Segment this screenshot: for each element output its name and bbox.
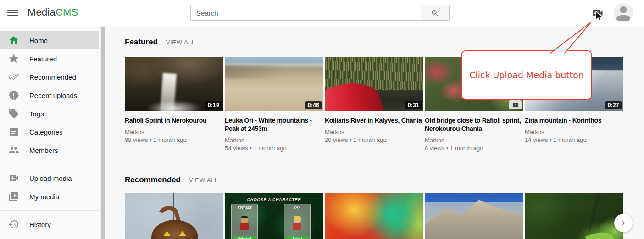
video-title[interactable]: Ziria mountain - Korinthos xyxy=(525,116,623,125)
video-thumbnail[interactable] xyxy=(425,193,523,239)
sidebar-item-label: Members xyxy=(29,147,58,154)
video-card: 0:31 Koiliaris River in Kalyves, Chania … xyxy=(325,57,423,152)
categories-icon xyxy=(8,126,19,137)
search-button[interactable] xyxy=(421,5,450,21)
tag-icon xyxy=(8,108,19,119)
search-icon xyxy=(431,9,439,17)
sidebar-item-tags[interactable]: Tags xyxy=(0,104,99,123)
sidebar-item-label: Featured xyxy=(29,55,57,63)
carousel-next-button[interactable] xyxy=(614,214,633,232)
video-author[interactable]: Markos xyxy=(325,128,423,136)
thumbnail-art xyxy=(325,76,384,111)
video-card: 0:19 Rafioli Sprint in Nerokourou Markos… xyxy=(125,57,223,152)
video-card xyxy=(425,193,523,239)
video-title[interactable]: Koiliaris River in Kalyves, Chania xyxy=(325,116,423,125)
sidebar-item-label: Tags xyxy=(29,110,44,118)
star-icon xyxy=(8,53,19,64)
sidebar-item-label: Home xyxy=(29,37,48,44)
video-title[interactable]: Leuka Ori - White mountains - Peak at 24… xyxy=(225,116,323,133)
sidebar-divider xyxy=(0,164,99,164)
thumbnail-art xyxy=(179,231,186,236)
video-library-icon xyxy=(8,191,19,202)
chevron-right-icon xyxy=(619,218,628,228)
home-icon xyxy=(8,35,19,46)
video-author[interactable]: Markos xyxy=(425,136,523,144)
sidebar-item-categories[interactable]: Categories xyxy=(0,123,99,141)
sidebar-item-upload-media[interactable]: Upload media xyxy=(0,169,99,187)
duration-badge: 0:27 xyxy=(605,101,622,109)
sidebar-divider xyxy=(0,210,99,211)
thumbnail-art xyxy=(588,194,600,231)
sidebar-item-label: Recent uploads xyxy=(29,92,77,99)
upload-media-icon xyxy=(591,7,604,20)
user-avatar[interactable] xyxy=(614,3,633,22)
thumbnail-art: YAA xyxy=(284,204,311,239)
game-character-name: KWAME xyxy=(232,206,257,210)
sidebar-item-recent-uploads[interactable]: Recent uploads xyxy=(0,86,99,104)
video-title[interactable]: Old bridge close to Rafioli sprint, Nero… xyxy=(425,116,523,133)
sidebar-item-featured[interactable]: Featured xyxy=(0,49,99,68)
featured-view-all-link[interactable]: VIEW ALL xyxy=(166,39,195,46)
thumbnail-art xyxy=(240,216,249,234)
annotation-tooltip: Click Upload Media button xyxy=(461,50,592,100)
section-title-recommended: Recommended xyxy=(125,175,181,185)
logo-media: Media xyxy=(28,6,56,18)
video-author[interactable]: Markos xyxy=(525,128,623,136)
game-character-name: YAA xyxy=(284,206,310,210)
sidebar-item-my-media[interactable]: My media xyxy=(0,187,99,206)
thumbnail-art xyxy=(293,216,302,234)
video-author[interactable]: Markos xyxy=(125,128,223,136)
video-author[interactable]: Markos xyxy=(225,136,323,144)
video-card xyxy=(125,193,223,239)
sidebar-scrollbar-track xyxy=(100,26,105,239)
upload-media-button[interactable] xyxy=(591,7,605,20)
video-thumbnail[interactable] xyxy=(325,193,423,239)
video-thumbnail[interactable]: 0:31 xyxy=(325,57,423,111)
thumbnail-art xyxy=(147,100,202,111)
new-releases-icon xyxy=(8,90,19,101)
thumbnail-art xyxy=(151,220,198,239)
section-title-featured: Featured xyxy=(125,38,158,47)
logo[interactable]: MediaCMS xyxy=(28,6,78,18)
video-card: 0:46 Leuka Ori - White mountains - Peak … xyxy=(225,57,323,152)
history-icon xyxy=(8,219,19,230)
video-card xyxy=(325,193,423,239)
thumbnail-art: KWAME xyxy=(231,204,258,239)
recommended-view-all-link[interactable]: VIEW ALL xyxy=(189,177,218,184)
sidebar-item-recommended[interactable]: Recommended xyxy=(0,68,99,86)
thumbnail-art xyxy=(163,231,171,236)
sidebar-item-home[interactable]: Home xyxy=(0,31,99,49)
video-title[interactable]: Rafioli Sprint in Nerokourou xyxy=(125,116,223,125)
video-meta: 14 views • 1 month ago xyxy=(525,136,623,144)
search-input[interactable] xyxy=(190,5,421,21)
video-thumbnail[interactable] xyxy=(125,193,223,239)
game-caption: CHOOSE A CHARACTER xyxy=(225,197,323,202)
sidebar-item-members[interactable]: Members xyxy=(0,141,99,159)
video-thumbnail[interactable] xyxy=(525,193,623,239)
video-card: CHOOSE A CHARACTER KWAME YAA Selected Se… xyxy=(225,193,323,239)
featured-section-header: Featured VIEW ALL xyxy=(125,38,195,47)
sidebar-item-history[interactable]: History xyxy=(0,215,99,234)
video-meta: 98 views • 1 month ago xyxy=(125,136,223,144)
duration-badge: 0:46 xyxy=(305,101,322,109)
menu-icon[interactable] xyxy=(6,6,19,19)
search-bar xyxy=(190,5,450,21)
game-button: Selected xyxy=(233,236,256,239)
sidebar-item-label: Upload media xyxy=(29,174,72,182)
sidebar-scrollbar-thumb[interactable] xyxy=(101,27,105,239)
video-card xyxy=(525,193,623,239)
mediacms-home-screen: MediaCMS Home Featured Recommended xyxy=(0,0,644,239)
video-meta: 54 views • 1 month ago xyxy=(225,144,323,152)
recommended-section-header: Recommended VIEW ALL xyxy=(125,175,218,185)
video-meta: 8 views • 1 month ago xyxy=(425,144,523,152)
camera-badge xyxy=(509,100,522,109)
video-thumbnail[interactable]: 0:19 xyxy=(125,57,223,111)
recommended-row: CHOOSE A CHARACTER KWAME YAA Selected Se… xyxy=(125,193,623,239)
sidebar-item-label: My media xyxy=(29,193,59,201)
video-thumbnail[interactable]: 0:46 xyxy=(225,57,323,111)
sidebar-item-label: Categories xyxy=(29,128,63,136)
person-icon xyxy=(614,3,633,22)
duration-badge: 0:19 xyxy=(205,101,222,109)
video-thumbnail[interactable]: CHOOSE A CHARACTER KWAME YAA Selected Se… xyxy=(225,193,323,239)
annotation-text: Click Upload Media button xyxy=(469,70,584,80)
